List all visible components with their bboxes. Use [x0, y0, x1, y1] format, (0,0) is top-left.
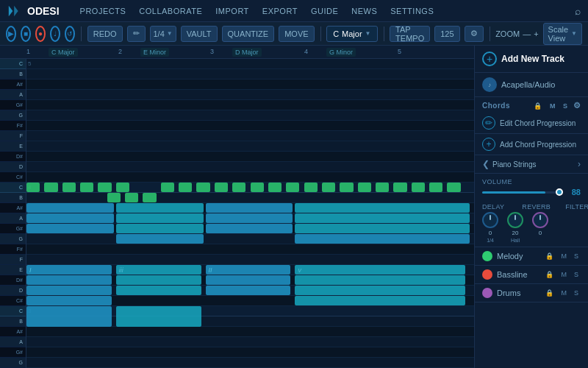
chords-m-button[interactable]: M — [548, 102, 558, 110]
note-block-green-20[interactable] — [340, 183, 353, 192]
note-block-green-19[interactable] — [322, 183, 335, 192]
chord-iii[interactable]: iii — [116, 265, 201, 275]
piano-key-a2[interactable]: A — [0, 337, 26, 347]
note-block-green-13[interactable] — [215, 183, 228, 192]
stop-button[interactable]: ■ — [21, 26, 31, 42]
piano-key-g4[interactable]: G — [0, 110, 26, 121]
chords-gear-icon[interactable]: ⚙ — [573, 101, 581, 110]
note-block-green-17[interactable] — [286, 183, 299, 192]
piano-key-a3[interactable]: A — [0, 213, 26, 224]
piano-key-c5[interactable]: C — [0, 59, 26, 69]
note-block-cyan-2[interactable] — [295, 203, 470, 213]
piano-key-b3[interactable]: B — [0, 193, 26, 203]
piano-key-d3[interactable]: D — [0, 286, 26, 296]
scale-view-button[interactable]: Scale View ▼ — [543, 23, 582, 45]
loop-button[interactable]: ↺ — [65, 26, 75, 42]
melody-m-button[interactable]: M — [559, 252, 569, 261]
piano-key-c3[interactable]: C — [0, 306, 26, 316]
search-icon[interactable]: ⌕ — [575, 5, 581, 17]
note-block-green-9[interactable] — [143, 193, 156, 202]
piano-key-g3[interactable]: G — [0, 234, 26, 244]
nav-import[interactable]: IMPORT — [215, 7, 249, 15]
nav-guide[interactable]: GUIDE — [311, 7, 338, 15]
note-block-blue-a2[interactable] — [206, 213, 293, 223]
note-block-green-26[interactable] — [447, 183, 460, 192]
edit-chord-progression-button[interactable]: ✏ Edit Chord Progression — [475, 113, 588, 134]
volume-slider[interactable]: 88 — [482, 188, 581, 197]
note-block-cyan-gs2[interactable] — [295, 224, 470, 233]
melody-lock-icon[interactable]: 🔒 — [543, 252, 556, 261]
note-block-blue-2[interactable] — [206, 203, 293, 213]
note-block-cyan-a2[interactable] — [295, 213, 470, 223]
note-block-green-8[interactable] — [125, 193, 138, 202]
note-block-green-22[interactable] — [376, 183, 389, 192]
piano-key-b4[interactable]: B — [0, 69, 26, 79]
chord-ii[interactable]: II — [206, 265, 291, 275]
reverb-knob[interactable] — [507, 212, 523, 228]
note-block-green-11[interactable] — [179, 183, 192, 192]
piano-key-as3[interactable]: A# — [0, 203, 26, 213]
piano-key-c4[interactable]: C — [0, 183, 26, 193]
zoom-in-button[interactable]: + — [534, 29, 538, 38]
piano-key-e4[interactable]: E — [0, 141, 26, 152]
nav-export[interactable]: EXPORT — [262, 7, 298, 15]
bassline-m-button[interactable]: M — [559, 270, 569, 279]
piano-key-ds4[interactable]: D# — [0, 152, 26, 162]
zoom-out-button[interactable]: — — [523, 29, 531, 38]
pencil-button[interactable]: ✏ — [127, 26, 146, 42]
note-e-4[interactable] — [295, 286, 465, 295]
chord-v[interactable]: v — [295, 265, 465, 275]
note-block-green-7[interactable] — [107, 193, 121, 202]
note-block-g1[interactable] — [116, 234, 204, 244]
piano-key-gs4[interactable]: G# — [0, 100, 26, 110]
note-block-green-14[interactable] — [232, 183, 245, 192]
play-button[interactable]: ▶ — [6, 26, 16, 42]
note-block-green-1[interactable] — [26, 183, 40, 192]
note-f-4[interactable] — [295, 275, 465, 285]
note-e-1[interactable] — [26, 286, 112, 295]
note-f-1[interactable] — [26, 275, 112, 285]
note-block-green-2[interactable] — [44, 183, 57, 192]
chords-s-button[interactable]: S — [561, 102, 570, 110]
piano-key-d4[interactable]: D — [0, 162, 26, 172]
note-d-1[interactable] — [26, 296, 112, 305]
note-block-green-25[interactable] — [429, 183, 442, 192]
note-block-green-10[interactable] — [161, 183, 174, 192]
note-c-large-2[interactable] — [116, 306, 201, 327]
note-d-2[interactable] — [295, 296, 465, 305]
piano-key-g2[interactable]: G — [0, 358, 26, 368]
piano-key-ds3[interactable]: D# — [0, 275, 26, 286]
key-scale-select[interactable]: C Major ▼ — [326, 26, 377, 42]
piano-key-as2[interactable]: A# — [0, 327, 26, 337]
note-e-3[interactable] — [206, 286, 291, 295]
note-block-green-18[interactable] — [304, 183, 318, 192]
note-block-blue-gs2[interactable] — [206, 224, 293, 233]
piano-key-cs3[interactable]: C# — [0, 296, 26, 306]
piano-key-e3[interactable]: E — [0, 265, 26, 275]
note-block-blue-a1[interactable] — [26, 213, 114, 223]
piano-key-f3[interactable]: F — [0, 255, 26, 265]
nav-news[interactable]: NEWS — [351, 7, 377, 15]
note-block-green-12[interactable] — [196, 183, 209, 192]
note-block-green-21[interactable] — [358, 183, 371, 192]
move-button[interactable]: MOVE — [279, 26, 314, 42]
drums-lock-icon[interactable]: 🔒 — [543, 289, 556, 297]
note-block-green-23[interactable] — [393, 183, 406, 192]
note-f-2[interactable] — [116, 275, 201, 285]
piano-strings-arrow[interactable]: › — [578, 159, 581, 169]
quantize-button[interactable]: QUANTIZE — [222, 26, 275, 42]
melody-s-button[interactable]: S — [572, 252, 581, 261]
note-block-cyan-1[interactable] — [116, 203, 204, 213]
bpm-display[interactable]: 125 — [434, 26, 459, 42]
note-block-green-6[interactable] — [116, 183, 129, 192]
note-e-2[interactable] — [116, 286, 201, 295]
note-block-green-5[interactable] — [98, 183, 111, 192]
note-block-green-15[interactable] — [251, 183, 264, 192]
delay-knob[interactable] — [482, 212, 498, 228]
piano-strings-chevron[interactable]: ❮ — [482, 159, 490, 169]
tap-tempo-button[interactable]: TAP TEMPO — [390, 26, 430, 42]
grid-content[interactable]: 5 4 3 — [26, 59, 474, 368]
note-block-green-3[interactable] — [62, 183, 76, 192]
piano-strings-row[interactable]: ❮ Piano Strings › — [475, 155, 588, 174]
nav-settings[interactable]: SETTINGS — [390, 7, 434, 15]
